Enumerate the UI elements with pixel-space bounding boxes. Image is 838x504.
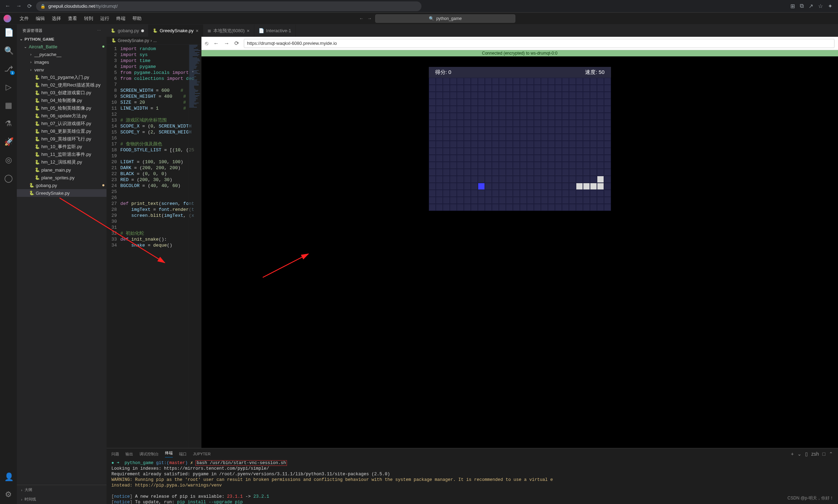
github-icon[interactable]: ◯	[4, 174, 13, 183]
ide-menubar: 文件编辑选择查看转到运行终端帮助 ← → 🔍 python_game	[0, 13, 838, 25]
timeline-section[interactable]: ›时间线	[17, 495, 107, 504]
game-grid[interactable]	[429, 78, 611, 211]
extensions-activity-icon[interactable]: ▦	[4, 101, 13, 110]
scm-icon[interactable]: ⎇1	[4, 64, 13, 74]
project-root[interactable]: ⌄PYTHON_GAME	[17, 35, 107, 43]
panel-tab-调试控制台[interactable]: 调试控制台	[139, 451, 159, 457]
panel-action[interactable]: ⌄	[797, 451, 802, 457]
reload-icon[interactable]: ⟳	[27, 3, 32, 9]
panel-action[interactable]: +	[791, 451, 794, 457]
menu-转到[interactable]: 转到	[81, 14, 97, 23]
panel-action[interactable]: zsh	[811, 451, 819, 457]
panel-tab-终端[interactable]: 终端	[165, 450, 173, 457]
url-host: gnepuil.cloudstudio.net	[48, 4, 95, 9]
install-icon[interactable]: ⊞	[790, 3, 795, 9]
search-activity-icon[interactable]: 🔍	[4, 46, 13, 55]
sidebar-footer: ›大纲 ›时间线	[17, 485, 107, 504]
share-icon[interactable]: ↗	[809, 3, 813, 9]
file-item[interactable]: 🐍hm_02_使用Rect描述英雄.py	[17, 81, 107, 89]
file-item[interactable]: 🐍hm_09_英雄循环飞行.py	[17, 135, 107, 143]
account-icon[interactable]: 👤	[4, 472, 13, 482]
bottom-panel: 问题输出调试控制台终端端口JUPYTER+⌄▯zsh□⌃ ● ➜ python_…	[107, 448, 838, 504]
preview-back-icon[interactable]: ←	[213, 40, 219, 47]
panel-tab-端口[interactable]: 端口	[179, 451, 187, 457]
nav-forward-icon[interactable]: →	[367, 16, 372, 21]
explorer-icon[interactable]: 📄	[4, 28, 13, 37]
beaker-icon[interactable]: ⚗	[4, 119, 13, 128]
preview-toolbar: ⎋ ← → ⟳ https://drumqt-waqkxl-6080.previ…	[201, 37, 838, 50]
preview-url-bar[interactable]: https://drumqt-waqkxl-6080.preview.myide…	[244, 39, 834, 48]
search-icon: 🔍	[429, 16, 434, 21]
back-icon[interactable]: ←	[5, 3, 11, 9]
sidebar-title: 资源管理器	[22, 28, 43, 33]
editor-tabs: 🐍gobang.py🐍GreedySnake.py×≣本地预览(6080)×📄I…	[107, 25, 838, 37]
score-label: 得分: 0	[435, 69, 452, 76]
file-item[interactable]: 🐍hm_07_认识游戏循环.py	[17, 120, 107, 127]
file-item[interactable]: 🐍hm_06_update方法.py	[17, 112, 107, 120]
menu-终端[interactable]: 终端	[113, 14, 129, 23]
panel-action[interactable]: ⌃	[829, 451, 833, 457]
tab-Interactive-1[interactable]: 📄Interactive-1	[254, 25, 296, 37]
file-item[interactable]: 🐍hm_01_pygame入门.py	[17, 74, 107, 81]
preview-reload-icon[interactable]: ⟳	[234, 40, 239, 47]
folder-images[interactable]: ›images	[17, 58, 107, 66]
file-item[interactable]: 🐍hm_05_绘制英雄图像.py	[17, 104, 107, 112]
tab-本地预览(6080)[interactable]: ≣本地预览(6080)×	[203, 25, 254, 37]
ide-logo[interactable]	[4, 15, 11, 22]
menu-帮助[interactable]: 帮助	[129, 14, 145, 23]
folder-aircraft-battle[interactable]: ⌄Aircraft_Battle	[17, 43, 107, 50]
menu-文件[interactable]: 文件	[16, 14, 32, 23]
preview-forward-icon[interactable]: →	[224, 40, 229, 47]
file-item[interactable]: 🐍hm_11_监听退出事件.py	[17, 151, 107, 158]
file-item[interactable]: 🐍hm_12_演练精灵.py	[17, 158, 107, 166]
code-editor[interactable]: 1234567891011121314151617181920212223242…	[107, 44, 201, 448]
panel-action[interactable]: ▯	[805, 451, 808, 457]
watermark: CSDN @p-明天，你好！	[788, 495, 834, 501]
sidebar-more-icon[interactable]: ⋯	[97, 28, 101, 33]
file-item[interactable]: 🐍plane_sprites.py	[17, 174, 107, 181]
lock-icon: 🔒	[40, 4, 46, 9]
menu-查看[interactable]: 查看	[64, 14, 81, 23]
tab-gobang.py[interactable]: 🐍gobang.py	[107, 25, 149, 37]
panel-action[interactable]: □	[823, 451, 825, 457]
browser-chrome: ← → ⟳ 🔒 gnepuil.cloudstudio.net/tty/drum…	[0, 0, 838, 13]
folder-__pycache__[interactable]: ›__pycache__	[17, 50, 107, 58]
preview-pane: ⎋ ← → ⟳ https://drumqt-waqkxl-6080.previ…	[201, 37, 838, 448]
panel-tab-问题[interactable]: 问题	[111, 451, 119, 457]
settings-icon[interactable]: ⚙	[4, 490, 13, 499]
panel-tab-JUPYTER[interactable]: JUPYTER	[193, 452, 211, 456]
debug-icon[interactable]: ▷	[4, 83, 13, 92]
file-item[interactable]: 🐍GreedySnake.py	[17, 189, 107, 197]
open-new-icon[interactable]: ⎋	[205, 40, 208, 47]
menu-运行[interactable]: 运行	[97, 14, 113, 23]
terminal[interactable]: ● ➜ python_game git:(master) ✗ bash /usr…	[107, 460, 838, 504]
puzzle-icon[interactable]: ✦	[828, 3, 832, 9]
folder-venv[interactable]: ›venv	[17, 66, 107, 74]
explorer-sidebar: 资源管理器 ⋯ ⌄PYTHON_GAME ⌄Aircraft_Battle ›_…	[17, 25, 107, 504]
forward-icon[interactable]: →	[16, 3, 22, 9]
tab-GreedySnake.py[interactable]: 🐍GreedySnake.py×	[149, 25, 203, 37]
file-item[interactable]: 🐍gobang.py	[17, 181, 107, 189]
editor-pane: 🐍 GreedySnake.py › ... 12345678910111213…	[107, 37, 201, 448]
menu-编辑[interactable]: 编辑	[32, 14, 48, 23]
outline-section[interactable]: ›大纲	[17, 485, 107, 495]
file-item[interactable]: 🐍hm_04_绘制图像.py	[17, 97, 107, 104]
breadcrumb[interactable]: 🐍 GreedySnake.py › ...	[107, 37, 201, 44]
rocket-icon[interactable]: 🚀	[4, 137, 13, 146]
url-bar[interactable]: 🔒 gnepuil.cloudstudio.net/tty/drumqt/	[36, 1, 421, 11]
file-item[interactable]: 🐍hm_08_更新英雄位置.py	[17, 127, 107, 135]
speed-label: 速度: 50	[585, 69, 604, 76]
command-palette[interactable]: 🔍 python_game	[375, 14, 515, 23]
file-item[interactable]: 🐍plane_main.py	[17, 166, 107, 174]
nav-back-icon[interactable]: ←	[359, 16, 364, 21]
star-icon[interactable]: ☆	[818, 3, 823, 9]
panel-tab-输出[interactable]: 输出	[125, 451, 133, 457]
activity-bar: 📄 🔍 ⎇1 ▷ ▦ ⚗ 🚀 ◎ ◯ 👤 ⚙	[0, 25, 17, 504]
menu-选择[interactable]: 选择	[48, 14, 64, 23]
minimap[interactable]	[188, 44, 201, 448]
file-tree: ⌄PYTHON_GAME ⌄Aircraft_Battle ›__pycache…	[17, 35, 107, 485]
extensions-icon[interactable]: ⧉	[800, 3, 804, 9]
file-item[interactable]: 🐍hm_10_事件监听.py	[17, 143, 107, 151]
file-item[interactable]: 🐍hm_03_创建游戏窗口.py	[17, 89, 107, 97]
graph-icon[interactable]: ◎	[4, 156, 13, 165]
